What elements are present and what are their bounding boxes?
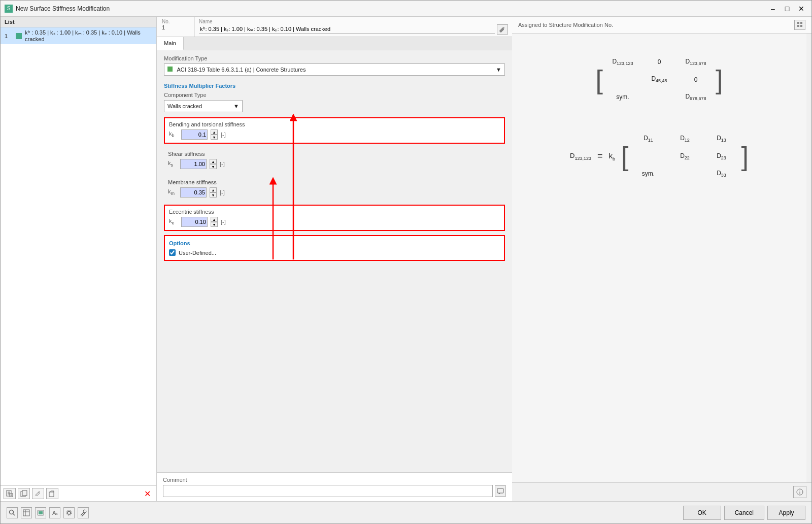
svg-rect-14 [797,22,799,24]
membrane-stiffness-box: Membrane stiffness km ▲ ▼ [-] [164,176,505,201]
main-window: S New Surface Stiffness Modification – □… [0,0,812,524]
bending-spinner: ▲ ▼ [211,129,218,140]
right-panel-footer: i [512,482,811,501]
bending-input[interactable] [181,129,208,140]
settings-icon [65,509,73,516]
tools-button[interactable] [78,507,89,518]
m1r1c1: D123,123 [609,58,636,66]
edit-pencil-icon [499,26,506,32]
info-button[interactable]: i [793,486,806,498]
membrane-input[interactable] [180,187,207,198]
svg-rect-17 [800,25,802,27]
cancel-button[interactable]: Cancel [724,506,764,520]
stiffness-inputs-container: Bending and torsional stiffness kb ▲ ▼ [… [164,117,505,231]
component-type-select[interactable]: Walls cracked ▼ [164,100,243,112]
membrane-spin-down[interactable]: ▼ [210,192,217,198]
close-button[interactable]: ✕ [795,3,807,15]
search-icon [9,509,16,516]
svg-rect-22 [23,510,29,516]
eccentric-spin-up[interactable]: ▲ [211,217,218,222]
apply-button[interactable]: Apply [767,506,805,520]
shear-input[interactable] [180,159,207,169]
shear-spinner: ▲ ▼ [210,159,217,169]
new-icon [6,490,13,497]
bending-spin-down[interactable]: ▼ [211,135,218,140]
comment-label: Comment [163,477,506,483]
svg-rect-8 [22,490,27,496]
stiffness-section: Stiffness Multiplier Factors Component T… [164,83,505,261]
right-panel-wrapper: Assigned to Structure Modification No. [ [512,17,811,501]
user-defined-label[interactable]: User-Defined... [179,250,216,256]
main-content: List 1 kᵇ : 0.35 | kₛ : 1.00 | kₘ : 0.35… [1,17,811,501]
eccentric-key: ke [169,218,179,225]
new-button[interactable] [4,488,16,499]
no-value: 1 [162,24,189,30]
delete-button[interactable]: ✕ [141,488,153,499]
comment-row [163,485,506,497]
filter-button[interactable]: Aa [49,507,60,518]
tab-bar: Main [157,37,512,50]
modification-type-select[interactable]: ACI 318-19 Table 6.6.3.1.1 (a) | Concret… [164,63,505,76]
shear-spin-down[interactable]: ▼ [210,164,217,169]
search-button[interactable] [7,507,18,518]
title-controls: – □ ✕ [767,3,807,15]
settings-button[interactable] [63,507,75,518]
options-box: Options User-Defined... [164,235,505,261]
svg-point-29 [67,511,71,514]
paste-button[interactable] [46,488,58,499]
m2r1c1: D11 [634,135,662,143]
membrane-spin-up[interactable]: ▲ [210,187,217,192]
no-name-header: No. 1 Name [157,17,512,37]
ok-button[interactable]: OK [683,506,721,520]
eccentric-input[interactable] [181,217,208,227]
matrix1-bracket: [ D123,123 0 D123,678 D45,45 [596,54,723,105]
list-footer: ✕ [1,485,156,501]
name-input[interactable] [199,26,495,34]
user-defined-checkbox[interactable] [169,249,176,256]
table-icon [23,509,30,516]
membrane-title: Membrane stiffness [168,179,501,185]
list-item[interactable]: 1 kᵇ : 0.35 | kₛ : 1.00 | kₘ : 0.35 | kₑ… [1,27,156,44]
view-button[interactable] [35,507,46,518]
m1r1c3: D123,678 [682,58,709,66]
name-edit-button[interactable] [497,24,508,35]
tab-main[interactable]: Main [157,37,184,50]
shear-spin-up[interactable]: ▲ [210,159,217,164]
bending-stiffness-box: Bending and torsional stiffness kb ▲ ▼ [… [164,117,505,144]
matrix2-row3: sym. D33 [631,168,738,180]
assigned-button[interactable] [794,20,805,30]
edit-icon [35,490,42,497]
modification-type-select-row: ACI 318-19 Table 6.6.3.1.1 (a) | Concret… [164,63,505,76]
right-bracket-2: ] [741,130,748,182]
matrix1-content: D123,123 0 D123,678 D45,45 0 [603,54,716,105]
name-section: Name [195,17,512,37]
table-button[interactable] [21,507,32,518]
no-section: No. 1 [157,17,195,37]
list-item-label: kᵇ : 0.35 | kₛ : 1.00 | kₘ : 0.35 | kₑ :… [25,29,152,42]
shear-stiffness-box: Shear stiffness ks ▲ ▼ [-] [164,148,505,172]
eccentric-spin-down[interactable]: ▼ [211,222,218,227]
m2r2c3: D23 [707,152,735,160]
membrane-row: km ▲ ▼ [-] [168,187,501,198]
m1r2c2: D45,45 [646,75,673,83]
maximize-button[interactable]: □ [781,3,793,15]
matrix1-row3: sym. D678,678 [606,91,713,103]
kb-factor: kb [609,151,616,161]
edit-button[interactable] [32,488,44,499]
matrix2-equation: D123,123 = kb [ D11 D12 D13 [570,130,749,182]
minimize-button[interactable]: – [767,3,779,15]
shear-key: ks [168,160,178,168]
svg-rect-16 [797,25,799,27]
matrix1-row1: D123,123 0 D123,678 [606,56,713,68]
membrane-key: km [168,188,178,196]
eccentric-row: ke ▲ ▼ [-] [169,217,500,227]
copy-button[interactable] [18,488,30,499]
m2r1c2: D12 [671,135,698,143]
comment-input[interactable] [163,485,493,497]
comment-icon [497,487,504,495]
eccentric-unit: [-] [221,219,226,225]
bending-spin-up[interactable]: ▲ [211,129,218,135]
form-area: Modification Type ACI 318-19 Table 6.6.3… [157,50,512,472]
comment-button[interactable] [495,485,506,497]
copy-icon [20,490,27,497]
